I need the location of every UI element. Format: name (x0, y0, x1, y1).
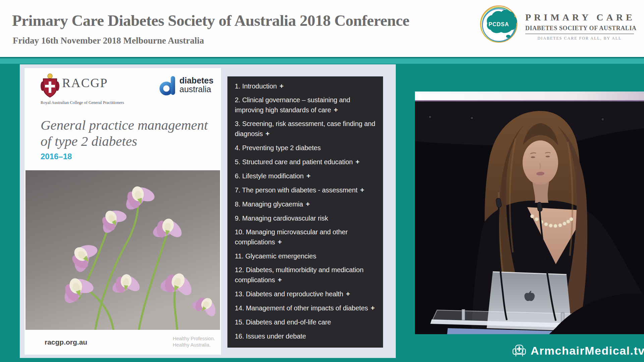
motto-line2: Healthy Australia. (173, 342, 215, 348)
da-word-diabetes: diabetes (179, 76, 213, 85)
armchair-medical-watermark: ArmchairMedical.tv (512, 344, 644, 357)
brand-line-society: DIABETES SOCIETY OF AUSTRALIA (525, 25, 634, 32)
pcdsa-badge-text: PCDSA (485, 21, 513, 27)
racgp-website: racgp.org.au (45, 338, 87, 346)
pcdsa-wordmark: PRIMARY CARE DIABETES SOCIETY OF AUSTRAL… (525, 12, 634, 41)
toc-item-5: 5. Structured care and patient education… (235, 157, 378, 167)
toc-item-4: 4. Preventing type 2 diabetes (235, 143, 378, 153)
plus-icon: + (334, 106, 338, 114)
watermark-text: ArmchairMedical.tv (531, 344, 644, 357)
toc-item-13: 13. Diabetes and reproductive health+ (235, 289, 378, 299)
cover-edition: 2016–18 (41, 152, 72, 161)
toc-item-1: 1. Introduction+ (235, 81, 378, 91)
cover-title: General practice management of type 2 di… (41, 117, 208, 149)
diabetes-australia-icon (159, 75, 177, 97)
diabetes-australia-wordmark: diabetes australia (179, 76, 213, 94)
racgp-tagline: Royal Australian College of General Prac… (41, 100, 124, 105)
cover-title-line1: General practice management (41, 117, 208, 133)
toc-item-3: 3. Screening, risk assessment, case find… (235, 119, 378, 139)
flower-photo (25, 170, 220, 330)
speaker-scene (415, 92, 644, 334)
header-divider-light (0, 58, 644, 64)
toc-item-14: 14. Management of other impacts of diabe… (235, 303, 378, 313)
toc-item-8: 8. Managing glycaemia+ (235, 199, 378, 209)
motto-line1: Healthy Profession. (173, 336, 215, 342)
brand-line-primary-care: PRIMARY CARE (525, 12, 634, 23)
brand-tagline: DIABETES CARE FOR ALL, BY ALL (525, 34, 634, 41)
page-subtitle: Friday 16th November 2018 Melbourne Aust… (13, 36, 204, 46)
plus-icon: + (356, 158, 360, 166)
plus-icon: + (279, 82, 283, 90)
toc-item-16: 16. Issues under debate (235, 331, 378, 341)
racgp-crest-icon (41, 73, 59, 101)
lectern-post (462, 309, 465, 320)
toc-item-6: 6. Lifestyle modification+ (235, 171, 378, 181)
toc-item-9: 9. Managing cardiovascular risk (235, 213, 378, 223)
guideline-cover: RACGP Royal Australian College of Genera… (24, 68, 221, 355)
racgp-wordmark: RACGP (62, 75, 108, 90)
plus-icon: + (306, 200, 310, 208)
video-frame: Primary Care Diabetes Society of Austral… (0, 0, 644, 362)
racgp-motto: Healthy Profession. Healthy Australia. (173, 336, 215, 348)
plus-icon: + (278, 238, 282, 246)
table-of-contents: 1. Introduction+ 2. Clinical governance … (227, 76, 383, 348)
speaker-face (523, 140, 558, 185)
stage-light-band (415, 92, 644, 101)
speaker-video (415, 92, 644, 334)
plus-icon: + (346, 290, 350, 298)
armchair-medical-icon (512, 344, 527, 357)
cover-title-line2: of type 2 diabetes (41, 133, 208, 149)
page-title: Primary Care Diabetes Society of Austral… (12, 11, 409, 29)
slide-panel: RACGP Royal Australian College of Genera… (20, 64, 396, 358)
toc-item-7: 7. The person with diabetes - assessment… (235, 185, 378, 195)
da-word-australia: australia (179, 85, 213, 94)
toc-item-12: 12. Diabetes, multimorbidity and medicat… (235, 265, 378, 285)
plus-icon: + (371, 304, 375, 312)
toc-item-10: 10. Managing microvascular and other com… (235, 227, 378, 247)
plus-icon: + (306, 172, 310, 180)
toc-item-11: 11. Glycaemic emergencies (235, 251, 378, 261)
plus-icon: + (278, 276, 282, 284)
plus-icon: + (266, 130, 270, 137)
toc-item-15: 15. Diabetes and end-of-life care (235, 317, 378, 327)
toc-item-2: 2. Clinical governance – sustaining and … (235, 95, 378, 115)
header-bar: Primary Care Diabetes Society of Austral… (0, 0, 644, 57)
plus-icon: + (360, 186, 364, 194)
toc-list: 1. Introduction+ 2. Clinical governance … (227, 76, 383, 341)
